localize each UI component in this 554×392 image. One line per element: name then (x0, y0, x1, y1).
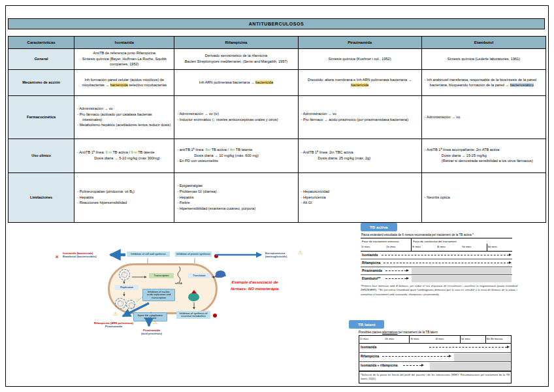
bullet-line: - antiTB 1ª línea: 6m TB activa / 4m TB … (177, 148, 295, 153)
translation-box: Translation (188, 273, 210, 278)
mrna-label: mRNA (175, 282, 182, 286)
cell-wall-drugs-label: Isoniazida (bactericida) Etambutol (bact… (63, 252, 107, 259)
table-cell: - Administración → vo- Pro fármaco → áci… (298, 96, 421, 139)
text-segment: 9 m (131, 150, 137, 154)
table-cell: - Epigastralgias- Problemas GI (diarrea)… (174, 173, 298, 223)
text-segment: Polineuropatías (piridoxina: vit B₆) (80, 189, 135, 193)
text-segment: Pro fármaco (activado por catalasa bacte… (80, 112, 152, 122)
bullet-line: - Hepatotoxicidad (301, 189, 419, 195)
bullet-line: - Metabolismo hepático (acetiladores len… (77, 123, 171, 128)
phase-header: Fase de continuïtat del tractament (411, 238, 512, 244)
bullet-line: - Pro fármaco (activado por catalasa bac… (77, 112, 171, 123)
chart-row: Rifampicina (359, 353, 511, 362)
drug-duration-bar (403, 365, 421, 366)
table-row: GeneralAntiTB de referencia junto Rifamp… (8, 49, 546, 70)
bullet-line: - Hepatitis (177, 195, 295, 201)
chart-row: Rifampicina (361, 259, 512, 267)
table-header-row: CaracterísticasIsoniazidaRifampicinaPira… (8, 37, 546, 49)
bullet-line: - Neuritis óptica (425, 195, 543, 201)
drug-column-header: Etambutol (421, 37, 546, 49)
month-header: 6è-9è mesos (485, 336, 511, 343)
bullet-line: - Hipersensibilidad (exantema cutáneo, p… (177, 206, 295, 212)
chart-row-label: Isoniazida (361, 345, 376, 349)
arrowhead-icon (509, 261, 512, 264)
text-segment: Discutido: altera membrana e Inh ARN pol… (308, 78, 412, 82)
bullet-line: - Fiebre (177, 201, 295, 206)
table-cell: - AntiTB 1ª línea: 2m TBC activaDosis di… (298, 139, 421, 173)
table-cell: Inh formación pared celular (ácidos micó… (74, 70, 174, 96)
text-segment: pel tractament de la TB latent (398, 331, 438, 334)
text-segment: (Retirar si demostrada sensibilidad a lo… (442, 159, 533, 163)
drug-column-header: Isoniazida (74, 37, 174, 49)
table-cell: Síntesis química (Kushner i col., 1952) (298, 49, 421, 70)
text-line: Dosis diaria → 5-10 mg/kg (máx 300mg) (77, 156, 171, 161)
bullet-line: - Administración → vo (301, 112, 419, 117)
cell-wall-box: Inhibition of cell wall synthesis (127, 252, 170, 257)
chart-caption: Pauta estàndard estudiada de 6 mesos rec… (361, 233, 517, 237)
table-cell: Inh ARN polimerasa bacteriana → bacteric… (174, 70, 298, 96)
month-header: 5è mes (460, 336, 485, 343)
text-segment: Hepatitis (80, 195, 94, 199)
chart-footnote: *Selecció de la pauta en funció del perf… (359, 371, 511, 383)
text-segment: AntiTB de referencia junto Rifampicina (93, 51, 155, 55)
text-segment: Metabolismo hepático (acetiladores lento… (80, 123, 171, 127)
table-cell: - Hepatotoxicidad- Hiperuricemia- Alt GI (298, 173, 421, 223)
tb-latent-badge: TB latent (349, 320, 384, 329)
table-row: Uso clínico- AntiTB 1ª línea: 6 m TB act… (8, 139, 546, 173)
month-header: 3r mes (411, 244, 436, 251)
text-segment: AntiTB 1ª línea: 2m TBC activa (303, 150, 353, 154)
transcription-box: Transcription (149, 273, 174, 278)
text-segment: Administración → vo (427, 115, 460, 119)
text-line: Derivado semisintético de la rifamicina (177, 54, 295, 59)
no-monotherapy-note: Exemple d'associació de fàrmacs: NO mono… (223, 280, 286, 292)
table-cell: - Inh arabinosil transferasa, responsabl… (421, 70, 546, 96)
bullet-line: - AntiTB 1ª línea: 6 m TB activa / 9 m T… (77, 150, 171, 155)
tb-activa-timeline: Fase de tractament intensivaFase de cont… (361, 238, 512, 282)
protein-drugs-label: Estreptomicina (aminoglicòsids) (265, 252, 297, 259)
text-segment: Alt GI (303, 201, 312, 204)
drug-table: CaracterísticasIsoniazidaRifampicinaPira… (8, 36, 546, 223)
drug-duration-bar (429, 347, 507, 348)
warning-icon: ⚠ (117, 252, 122, 257)
text-segment: Dosis diaria → 15-25 mg/kg (442, 154, 487, 157)
table-cell: - Administración → vo- Pro fármaco (acti… (74, 96, 174, 139)
gray-block (430, 363, 510, 370)
month-header: 1r mes (361, 244, 385, 251)
bullet-line: - Inh arabinosil transferasa, responsabl… (425, 78, 543, 88)
bullet-line: - Administración → vo (425, 115, 543, 120)
bullet-line: - Hiperuricemia (301, 195, 419, 201)
table-cell: - Administración → vo (421, 96, 546, 139)
red-dot-icon (213, 314, 217, 318)
text-segment: Administración → vo (79, 106, 112, 110)
table-cell: AntiTB de referencia junto RifampicinaSí… (74, 49, 174, 70)
text-segment: Fiebre (180, 201, 190, 204)
metabolites-box: Inhibition of synthesis of essential met… (176, 311, 210, 319)
protein-synthesis-box: Inhibition of protein synthesis (175, 252, 212, 257)
arrowhead-icon (507, 346, 510, 348)
tb-latent-panel: TB latent Possibles pautes alternatives … (349, 317, 516, 384)
dna-plasmid (126, 300, 135, 309)
table-cell: - Neuritis óptica (421, 173, 546, 223)
month-header: 3r mes (409, 336, 434, 343)
row-header: Mecanismo de acción (8, 70, 74, 96)
chart-row: Etambutol** (361, 275, 512, 282)
row-header: General (8, 49, 74, 70)
text-segment: Inductor enzimático (↓ niveles anticonce… (180, 118, 278, 122)
text-segment: , (Sensi and Margalith, 1957) (240, 59, 287, 63)
page-title: ANTITUBERCULOSOS (8, 18, 545, 29)
text-line: Dosis diaria: 25 mg/kg (máx. 2g) (301, 156, 419, 161)
warning-icon: ⚠ (298, 250, 302, 255)
enzyme-icon (188, 293, 199, 301)
text-segment: TB activa / (210, 148, 229, 152)
tb-latent-timeline: 1r mes2n mes3r mes4t mes5è mes6è-9è meso… (359, 335, 512, 384)
text-segment: Hepatotoxicidad (303, 189, 329, 193)
table-cell: - antiTB 1ª línea: 6m TB activa / 4m TB … (174, 139, 298, 173)
month-header-row: 1r mes2n mes3r mes4t mes5è mes6è mes (361, 244, 512, 252)
chart-row: Pirazinamida (361, 267, 512, 275)
text-line: Inh formación pared celular (ácidos micó… (77, 78, 171, 88)
bullet-line: - AntiTB 1ª línea acompañante: 2m ATB ac… (425, 148, 543, 153)
table-corner-header: Características (8, 37, 74, 49)
mechanism-diagram: ✳ Isoniazida (bactericida) Etambutol (ba… (50, 243, 311, 380)
text-line: Bacteri Streptomyces mediterranei, (Sens… (177, 59, 295, 65)
arrowhead-icon (406, 277, 409, 280)
